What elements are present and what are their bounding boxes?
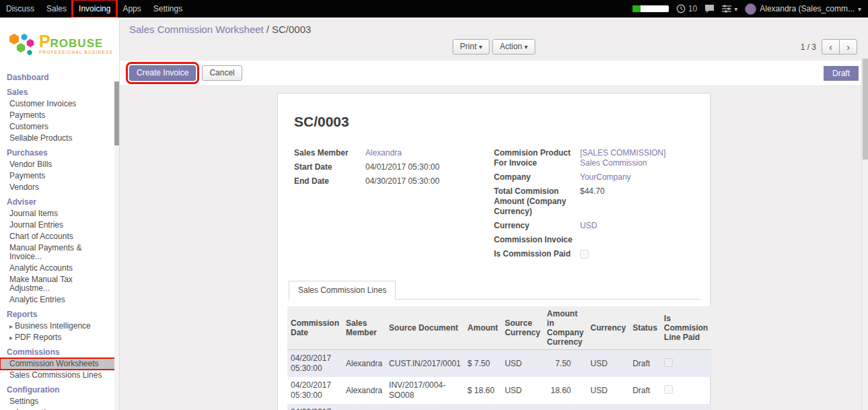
sidebar-item-make-manual-tax-adjustment[interactable]: Make Manual Tax Adjustme... xyxy=(0,274,119,294)
field-value-currency[interactable]: USD xyxy=(580,221,597,231)
sidebar-item-journal-items[interactable]: Journal Items xyxy=(0,208,119,219)
table-row[interactable]: 04/20/2017 10:35:53 Alexandra SO008 $ 18… xyxy=(287,404,711,410)
table-row[interactable]: 04/20/2017 05:30:00 Alexandra CUST.IN/20… xyxy=(287,350,711,378)
cell-amount-company: 18.60 xyxy=(544,404,587,410)
print-button[interactable]: Print ▾ xyxy=(453,39,490,55)
sidebar-item-manual-payments-invoice[interactable]: Manual Payments & Invoice... xyxy=(0,242,119,263)
col-sales-member[interactable]: Sales Member xyxy=(342,306,386,350)
col-source-document[interactable]: Source Document xyxy=(386,306,464,350)
menu-discuss[interactable]: Discuss xyxy=(0,0,40,18)
col-currency[interactable]: Currency xyxy=(587,306,629,350)
form-view: SC/0003 Sales Member Alexandra Start Dat… xyxy=(120,86,868,410)
main-scrollbar-thumb[interactable] xyxy=(863,59,868,160)
commission-lines-table: Commission Date Sales Member Source Docu… xyxy=(287,306,711,410)
tab-sales-commission-lines[interactable]: Sales Commission Lines xyxy=(289,281,396,300)
user-menu[interactable]: Alexandra (Sales_comm... ▾ xyxy=(745,3,861,15)
cell-source-currency: USD xyxy=(501,350,544,378)
field-value-total-commission-amount: $44.70 xyxy=(580,186,605,197)
menu-invoicing[interactable]: Invoicing xyxy=(73,0,116,18)
planner-progressbar[interactable] xyxy=(632,5,669,12)
messages-menu[interactable] xyxy=(704,4,715,13)
app-logo[interactable]: PROBUSE PROFESSIONAL BUSINESS xyxy=(0,18,119,69)
sidebar-item-customer-invoices[interactable]: Customer Invoices xyxy=(0,98,119,110)
menu-sales[interactable]: Sales xyxy=(40,0,73,18)
status-badge[interactable]: Draft xyxy=(824,66,859,81)
chat-bubble-icon xyxy=(704,4,715,13)
field-value-end-date: 04/30/2017 05:30:00 xyxy=(365,176,439,186)
menu-settings[interactable]: Settings xyxy=(147,0,188,18)
field-label-currency: Currency xyxy=(494,221,580,231)
cancel-button[interactable]: Cancel xyxy=(202,65,242,81)
sidebar-item-journal-entries[interactable]: Journal Entries xyxy=(0,219,119,231)
sidebar-item-accounting[interactable]: ▸Accounting xyxy=(0,407,119,410)
sidebar-item-pdf-reports[interactable]: ▸PDF Reports xyxy=(0,332,119,343)
sidebar-item-business-intelligence[interactable]: ▸Business Intelligence xyxy=(0,320,119,332)
is-commission-paid-checkbox[interactable] xyxy=(580,250,589,259)
pager-next-button[interactable]: › xyxy=(839,39,857,55)
sidebar-item-analytic-entries[interactable]: Analytic Entries xyxy=(0,294,119,306)
cell-status: Draft xyxy=(629,350,661,378)
create-invoice-button[interactable]: Create Invoice xyxy=(129,65,196,81)
timer-count: 10 xyxy=(688,4,697,13)
line-paid-checkbox[interactable] xyxy=(664,385,673,394)
sidebar-scrollbar[interactable] xyxy=(114,81,119,410)
cell-source-document: INV/2017/0004-SO008 xyxy=(386,377,464,404)
col-source-currency[interactable]: Source Currency xyxy=(501,306,544,350)
cell-currency: USD xyxy=(587,377,629,404)
sidebar-item-vendors[interactable]: Vendors xyxy=(0,182,119,193)
sidebar-heading-reports[interactable]: Reports xyxy=(0,309,119,320)
user-avatar xyxy=(745,3,756,15)
menu-apps[interactable]: Apps xyxy=(116,0,147,18)
sidebar-item-sales-commissions-lines[interactable]: Sales Commissions Lines xyxy=(0,370,119,381)
main-scrollbar[interactable] xyxy=(861,58,868,410)
cell-amount: $ 18.60 xyxy=(464,377,501,404)
sidebar-scrollbar-thumb[interactable] xyxy=(114,81,119,145)
cell-amount: $ 18.60 xyxy=(464,404,501,410)
sliders-icon xyxy=(722,5,731,13)
field-value-sales-member[interactable]: Alexandra xyxy=(365,148,402,158)
action-button[interactable]: Action ▾ xyxy=(493,39,536,55)
sidebar-heading-configuration[interactable]: Configuration xyxy=(0,384,119,396)
field-label-is-commission-paid: Is Commission Paid xyxy=(494,249,580,259)
activity-timer[interactable]: 10 xyxy=(676,4,697,13)
cell-sales-member: Alexandra xyxy=(342,404,386,410)
sidebar-item-settings[interactable]: Settings xyxy=(0,396,119,407)
caret-down-icon: ▾ xyxy=(524,43,528,50)
sidebar-item-analytic-accounts[interactable]: Analytic Accounts xyxy=(0,263,119,274)
sidebar-heading-purchases[interactable]: Purchases xyxy=(0,147,119,159)
col-commission-date[interactable]: Commission Date xyxy=(287,306,342,350)
sidebar-item-payments[interactable]: Payments xyxy=(0,110,119,121)
sidebar-item-vendor-bills[interactable]: Vendor Bills xyxy=(0,159,119,170)
col-amount-company-currency[interactable]: Amount in Company Currency xyxy=(544,306,587,350)
sidebar-heading-adviser[interactable]: Adviser xyxy=(0,197,119,208)
breadcrumb-parent[interactable]: Sales Commission Worksheet xyxy=(129,24,264,35)
cell-amount-company: 7.50 xyxy=(544,350,587,378)
field-label-total-commission-amount: Total Commision Amount (Company Currency… xyxy=(494,186,580,217)
cell-commission-date: 04/20/2017 05:30:00 xyxy=(287,377,342,404)
sidebar-heading-sales[interactable]: Sales xyxy=(0,87,119,98)
sidebar-item-customers[interactable]: Customers xyxy=(0,121,119,133)
table-row[interactable]: 04/20/2017 05:30:00 Alexandra INV/2017/0… xyxy=(287,377,711,404)
breadcrumb-separator: / xyxy=(266,24,269,35)
chevron-left-icon: ‹ xyxy=(829,42,832,53)
cell-currency: USD xyxy=(587,350,629,378)
field-value-commission-product[interactable]: [SALES COMMISSION] Sales Commission xyxy=(580,148,683,168)
form-sheet: SC/0003 Sales Member Alexandra Start Dat… xyxy=(277,93,711,410)
field-value-company[interactable]: YourCompany xyxy=(580,172,631,182)
col-is-commission-line-paid[interactable]: Is Commision Line Paid xyxy=(661,306,711,350)
sidebar-item-vendor-payments[interactable]: Payments xyxy=(0,170,119,182)
sidebar-heading-dashboard[interactable]: Dashboard xyxy=(0,72,119,83)
debug-tools-menu[interactable]: ▾ xyxy=(722,5,737,13)
col-status[interactable]: Status xyxy=(629,306,661,350)
field-label-commission-product: Commision Product For Invoice xyxy=(494,148,580,168)
cell-sales-member: Alexandra xyxy=(342,377,386,404)
col-amount[interactable]: Amount xyxy=(464,306,501,350)
line-paid-checkbox[interactable] xyxy=(664,358,673,367)
pager-previous-button[interactable]: ‹ xyxy=(822,39,840,55)
sidebar-item-commission-worksheets[interactable]: Commission Worksheets xyxy=(0,358,119,370)
sidebar-item-sellable-products[interactable]: Sellable Products xyxy=(0,133,119,144)
cell-sales-member: Alexandra xyxy=(342,350,386,378)
form-statusbar: Create Invoice Cancel Draft xyxy=(120,61,868,86)
sidebar-item-chart-of-accounts[interactable]: Chart of Accounts xyxy=(0,231,119,242)
sidebar-heading-commissions[interactable]: Commissions xyxy=(0,347,119,358)
